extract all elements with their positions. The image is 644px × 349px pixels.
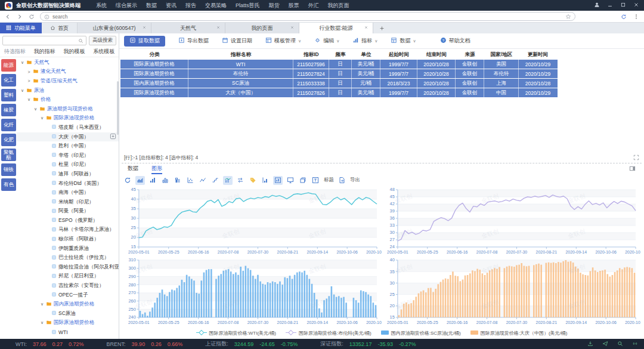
sidebar-tab-3[interactable]: 我的模板 (60, 47, 89, 57)
close-window-icon[interactable] (633, 2, 639, 9)
tree-item[interactable]: 南海（中国） (17, 188, 119, 197)
category-2[interactable]: 化工 (1, 74, 16, 87)
maximize-icon[interactable] (620, 2, 626, 9)
tree-item[interactable]: OPEC一揽子 (17, 291, 119, 300)
tree-item[interactable]: ∨国际原油期货价格 (17, 319, 119, 328)
tree-item[interactable]: ∨国际原油现货价格 (17, 114, 119, 123)
charttool-bars2-button[interactable] (160, 176, 170, 185)
category-8[interactable]: 钢铁 (1, 163, 16, 176)
tree-item[interactable]: ∨价格 (17, 95, 119, 104)
leaf-checkbox-icon[interactable] (51, 310, 57, 317)
tree-item[interactable]: 吉拉索尔（安哥拉） (17, 281, 119, 291)
toolbar-exportdata-button[interactable]: 导出数据 (178, 37, 209, 45)
tree-item[interactable]: 胜利（中国） (17, 141, 119, 151)
share-icon[interactable] (602, 341, 608, 348)
top-menu-item[interactable]: 综合展示 (116, 2, 137, 10)
tree-item[interactable]: 阿曼（阿曼） (17, 207, 119, 217)
leaf-checkbox-icon[interactable] (51, 143, 57, 150)
category-5[interactable]: 化纤 (1, 119, 16, 131)
tree-item[interactable]: 米纳斯（印尼） (17, 197, 119, 207)
charttool-scatter-button[interactable] (185, 176, 195, 185)
search-input[interactable] (52, 13, 562, 20)
leaf-checkbox-icon[interactable] (51, 134, 57, 140)
table-row[interactable]: 国际原油期货价格布伦特2115027824日美元/桶1999/7/72020/1… (120, 69, 558, 78)
tree-toggle-icon[interactable]: ∨ (33, 107, 38, 112)
charttool-stack-button[interactable] (173, 176, 182, 185)
tree-item[interactable]: 伊朗重质原油 (17, 244, 119, 254)
top-menu-item[interactable]: 资讯 (166, 2, 177, 10)
leaf-checkbox-icon[interactable] (51, 152, 57, 159)
sidebar-search-box[interactable] (2, 36, 86, 45)
tree-item[interactable]: SC原油 (17, 309, 119, 319)
minimize-icon[interactable] (607, 2, 613, 9)
tree-toggle-icon[interactable]: > (27, 79, 31, 83)
top-menu-item[interactable]: 数据 (146, 2, 157, 10)
tree-toggle-icon[interactable]: ∨ (40, 116, 44, 121)
chart-wti[interactable]: 152025303540452020-05-012020-05-252020-0… (123, 186, 382, 257)
tree-item[interactable]: WTI (17, 328, 119, 337)
toolbar-calendar-button[interactable]: 设置日期 (222, 37, 252, 45)
tree-item[interactable]: 邦尼（尼日利亚） (17, 272, 119, 282)
leaf-checkbox-icon[interactable] (51, 208, 57, 215)
leaf-checkbox-icon[interactable] (51, 227, 57, 233)
chart-daqing[interactable]: 1520253035402020-05-012020-05-252020-06-… (382, 257, 640, 327)
category-1[interactable]: 能源 (1, 59, 16, 72)
search-icon[interactable] (617, 341, 623, 348)
menu-dots-icon[interactable] (633, 11, 639, 22)
history-icon[interactable] (621, 11, 627, 22)
signal-icon[interactable] (632, 341, 638, 348)
top-menu-item[interactable]: 股票 (289, 2, 299, 10)
view-tab-data[interactable]: 数据 (128, 163, 138, 174)
legend-item[interactable]: 国际原油期货价格:WTI(美元/桶) (196, 330, 276, 336)
user-avatar-icon[interactable] (594, 2, 600, 9)
tree-item[interactable]: ESPO（俄罗斯） (17, 216, 119, 226)
address-bar[interactable] (40, 12, 575, 21)
tree-item[interactable]: >管道/压缩天然气 (17, 76, 119, 86)
leaf-checkbox-icon[interactable] (51, 199, 57, 205)
top-menu-item[interactable]: 系统 (96, 2, 107, 10)
tree-item[interactable]: 撒哈拉混合油（阿尔及利亚） (17, 262, 119, 272)
expand-panel-icon[interactable] (633, 155, 639, 162)
collapse-panel-icon[interactable] (629, 165, 636, 173)
bookmark-star-icon[interactable] (565, 11, 571, 22)
tree-item[interactable]: ∨天然气 (17, 58, 119, 67)
charttool-line-button[interactable] (198, 176, 208, 185)
charttool-tag-button[interactable] (248, 176, 258, 185)
table-row[interactable]: 国内原油期货价格SC原油2115033338日元/桶2018/3/232020/… (120, 79, 558, 88)
charttool-title-label[interactable]: 标题 (324, 177, 334, 184)
tree-toggle-icon[interactable]: > (27, 70, 31, 74)
charttool-monitor-button[interactable] (286, 176, 295, 185)
charttool-title-button[interactable] (311, 176, 320, 185)
function-menu-button[interactable]: 功能菜单 (0, 23, 42, 33)
sidebar-search-input[interactable] (5, 38, 78, 44)
leaf-checkbox-icon[interactable] (51, 329, 57, 336)
leaf-checkbox-icon[interactable] (51, 190, 57, 196)
charttool-export-button[interactable] (337, 176, 346, 185)
tree-item[interactable]: ∨国内原油期货价格 (17, 299, 119, 309)
charttool-step-button[interactable] (210, 176, 220, 185)
charttool-layers-button[interactable] (298, 176, 308, 185)
tree-toggle-icon[interactable]: ∨ (20, 88, 24, 93)
download-icon[interactable] (587, 341, 593, 348)
tree-item[interactable]: ∨原油期货与现货价格 (17, 104, 119, 114)
top-menu-item[interactable]: 报告 (185, 2, 196, 10)
table-row[interactable]: 国际原油期货价格WTI2115027596日美元/桶1999/7/72020/1… (120, 60, 558, 69)
category-7[interactable]: 聚氨酯 (1, 149, 16, 161)
view-tab-chart[interactable]: 图形 (151, 163, 162, 174)
tree-item[interactable]: 布伦特Dtd（英国） (17, 179, 119, 189)
tree-item[interactable]: 杜里（印尼） (17, 160, 119, 170)
tree-item[interactable]: 巴士拉轻质（伊拉克） (17, 253, 119, 262)
leaf-checkbox-icon[interactable] (51, 217, 57, 224)
table-row[interactable]: 国际原油现货价格大庆（中国）2115027826日美元/桶1999/7/7202… (120, 88, 558, 97)
tab-close-icon[interactable] (142, 25, 147, 31)
category-9[interactable]: 有色 (1, 178, 16, 191)
tab-1[interactable]: 山东黄金(600547) (78, 23, 151, 33)
top-menu-item[interactable]: 期货 (269, 2, 280, 10)
legend-item[interactable]: 国际原油现货价格:大庆（中国）(美元/桶) (470, 330, 568, 336)
top-menu-item[interactable]: 外汇 (308, 2, 319, 10)
charttool-export-label[interactable]: 导出 (350, 177, 360, 184)
tree-item[interactable]: 马林（卡塔尔海上原油） (17, 226, 119, 235)
charttool-window-button[interactable] (273, 176, 283, 185)
toolbar-datasheet-button[interactable]: 数据∨ (391, 37, 416, 45)
tab-close-icon[interactable] (290, 25, 295, 31)
